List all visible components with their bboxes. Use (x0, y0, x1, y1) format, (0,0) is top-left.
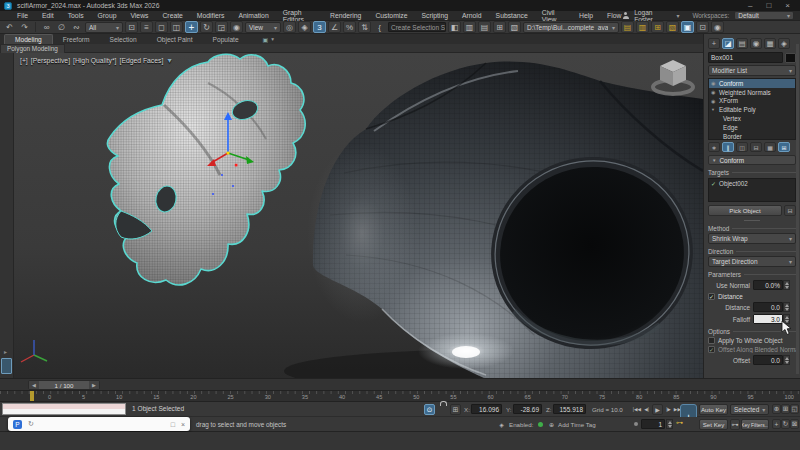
overlay-close-icon[interactable]: × (181, 421, 185, 428)
selection-filter-dropdown[interactable]: All ▾ (85, 22, 123, 33)
tab-object-paint[interactable]: Object Paint (147, 35, 203, 44)
viewport-layout-tab[interactable] (1, 358, 12, 374)
subobject-row-edge[interactable]: Edge (709, 123, 795, 132)
select-object-icon[interactable]: ⊡ (125, 21, 138, 33)
mirror-icon[interactable]: ◧ (448, 21, 461, 33)
ref-coord-dropdown[interactable]: View ▾ (245, 22, 281, 33)
display-tab-icon[interactable]: ▦ (764, 38, 776, 49)
time-caret[interactable] (30, 391, 34, 401)
user-chevron-icon[interactable]: ▾ (676, 12, 679, 19)
ribbon-collapse-icon[interactable]: ▾ (271, 36, 274, 42)
falloff-field[interactable]: 3.0 (753, 314, 783, 324)
track-bar[interactable]: 0510152025303540455055606570758085909510… (0, 391, 800, 402)
align-icon[interactable]: ▥ (463, 21, 476, 33)
perspective-viewport[interactable] (14, 53, 703, 378)
tab-selection[interactable]: Selection (100, 35, 147, 44)
orbit-icon[interactable]: ↻ (781, 419, 790, 429)
direction-dropdown[interactable]: Target Direction ▾ (708, 256, 796, 267)
layer-manager-icon[interactable]: ▤ (478, 21, 491, 33)
menu-item[interactable]: Modifiers (196, 12, 226, 19)
menu-item[interactable]: Help (578, 12, 594, 19)
target-list[interactable]: ✓ Object002 (708, 178, 796, 202)
modifier-row-weighted-normals[interactable]: ◉ Weighted Normals (709, 88, 795, 97)
modify-tab-icon[interactable]: ◪ (722, 38, 734, 49)
play-button-icon[interactable]: ▶ (652, 404, 663, 415)
menu-item[interactable]: Customize (374, 12, 408, 19)
undo-icon[interactable]: ↶ (3, 21, 16, 33)
render-setup-icon[interactable]: ▣ (681, 21, 694, 33)
menu-item[interactable]: Group (97, 12, 118, 19)
target-item-label[interactable]: Object002 (719, 180, 748, 187)
angle-snap-icon[interactable]: ∠ (328, 21, 341, 33)
polygon-modeling-panel[interactable]: Polygon Modeling (0, 44, 65, 53)
visibility-eye-icon[interactable]: ◉ (711, 98, 717, 104)
manipulate-icon[interactable]: ◈ (298, 21, 311, 33)
refresh-icon[interactable]: ↻ (28, 420, 34, 428)
frame-spinner[interactable] (666, 419, 673, 429)
next-frame-icon[interactable]: |▶ (664, 404, 673, 415)
y-coordinate-field[interactable]: -28.69 (513, 404, 542, 414)
menu-item[interactable]: Flow (606, 12, 622, 19)
folder-icon[interactable]: ▤ (621, 21, 634, 33)
project-path-dropdown[interactable]: D:\Temp\Bul...complete_ava ▾ (523, 22, 619, 33)
percent-snap-icon[interactable]: % (343, 21, 356, 33)
key-filters-button[interactable]: Key Filters... (741, 419, 769, 430)
use-normal-spinner[interactable] (783, 280, 790, 290)
ribbon-config-icon[interactable]: ▣ (263, 36, 269, 43)
hierarchy-tab-icon[interactable]: ▤ (736, 38, 748, 49)
show-end-result-icon[interactable]: ∥ (722, 142, 734, 152)
object-name-field[interactable]: Box001 (708, 52, 783, 63)
edit-stack-icon[interactable]: ⊞ (778, 142, 790, 152)
overlay-app-icon[interactable]: P (13, 420, 22, 429)
prev-frame-arrow-icon[interactable]: ◀ (29, 381, 39, 389)
distance-checkbox[interactable]: ✓ (708, 293, 715, 300)
create-tab-icon[interactable]: + (708, 38, 720, 49)
move-tool-icon[interactable]: + (185, 21, 198, 33)
offset-field[interactable]: 0.0 (753, 355, 783, 365)
auto-key-button[interactable]: Auto Key (699, 404, 728, 415)
pin-stack-icon[interactable]: ∗ (708, 142, 720, 152)
adaptive-toggle-icon[interactable]: ◈ (496, 419, 507, 430)
named-selection-set-field[interactable]: Create Selection Se (388, 22, 446, 32)
visibility-eye-icon[interactable]: ◉ (711, 80, 717, 86)
overlay-maximize-icon[interactable]: □ (171, 421, 175, 428)
menu-item[interactable]: Create (161, 12, 183, 19)
method-dropdown[interactable]: Shrink Wrap ▾ (708, 233, 796, 244)
menu-item[interactable]: File (16, 12, 29, 19)
window-crossing-icon[interactable]: ◫ (170, 21, 183, 33)
apply-whole-object-checkbox[interactable] (708, 337, 715, 344)
render-frame-icon[interactable]: ⊡ (696, 21, 709, 33)
next-frame-arrow-icon[interactable]: ▶ (89, 381, 99, 389)
viewport-canvas[interactable] (14, 53, 703, 378)
spinner-snap-icon[interactable]: ⇅ (358, 21, 371, 33)
zoom-extents-icon[interactable]: ◱ (790, 404, 799, 414)
subobject-row-vertex[interactable]: Vertex (709, 114, 795, 123)
viewport-general-menu[interactable]: [+] (20, 57, 28, 64)
zoom-all-icon[interactable]: ⊞ (781, 404, 790, 414)
menu-item[interactable]: Rendering (329, 12, 362, 19)
menu-item[interactable]: Edit (41, 12, 55, 19)
selection-set-dropdown[interactable]: Selected ▾ (730, 404, 769, 415)
go-to-start-icon[interactable]: |◀◀ (632, 404, 642, 415)
layout-flyout-arrow-icon[interactable]: ▸ (4, 348, 7, 355)
scene-explorer-icon[interactable]: ⊞ (493, 21, 506, 33)
delete-target-icon[interactable]: ⊟ (784, 205, 796, 216)
modifier-list-dropdown[interactable]: Modifier List ▾ (708, 65, 796, 76)
redo-icon[interactable]: ↷ (18, 21, 31, 33)
offset-spinner[interactable] (783, 355, 790, 365)
snap-3d-icon[interactable]: 3 (313, 21, 326, 33)
isolate-selection-icon[interactable]: ⊙ (424, 404, 435, 415)
save-icon[interactable]: ⊞ (651, 21, 664, 33)
menu-item[interactable]: Substance (495, 12, 529, 19)
set-key-button[interactable]: Set Key (699, 419, 728, 430)
time-tag-add-icon[interactable]: ⊕ (546, 419, 557, 430)
z-coordinate-field[interactable]: 155.918 (553, 404, 586, 414)
make-unique-icon[interactable]: ◫ (736, 142, 748, 152)
menu-item[interactable]: Arnold (461, 12, 483, 19)
folder-open-icon[interactable]: ▥ (636, 21, 649, 33)
tab-populate[interactable]: Populate (203, 35, 249, 44)
selection-region-icon[interactable]: ◻ (155, 21, 168, 33)
offset-along-normals-checkbox[interactable]: ✓ (708, 346, 715, 353)
unlink-icon[interactable]: ∅ (55, 21, 68, 33)
viewport-shading-menu[interactable]: [Edged Faces] (120, 57, 164, 64)
